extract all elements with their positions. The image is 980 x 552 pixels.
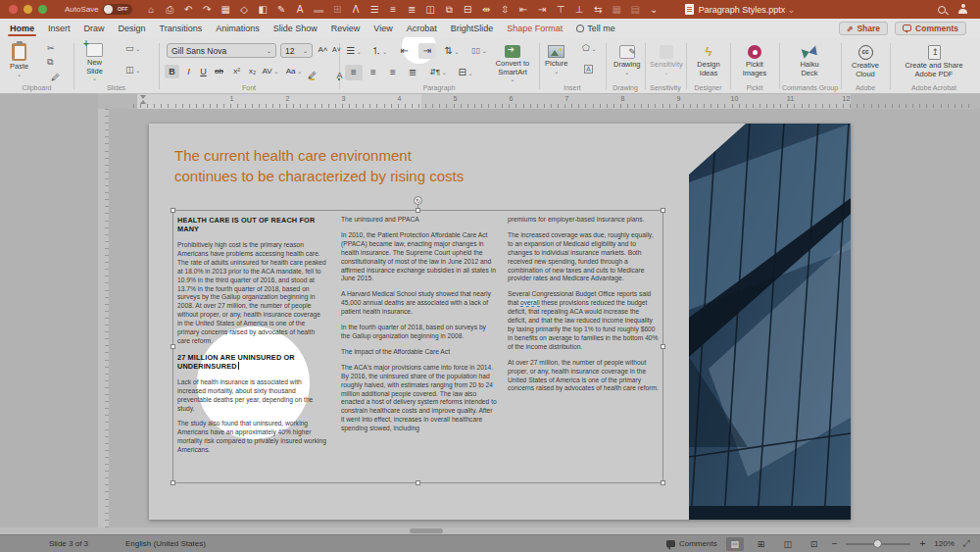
save-icon[interactable]: ⎙ xyxy=(165,0,175,19)
align-right-button[interactable]: ≡ xyxy=(384,65,402,80)
horizontal-scrollbar[interactable] xyxy=(0,527,980,534)
tab-acrobat[interactable]: Acrobat xyxy=(407,19,437,37)
highlight-color-icon[interactable]: ▬ xyxy=(314,0,324,19)
text-box-icon[interactable]: A xyxy=(584,65,593,74)
building-photo[interactable] xyxy=(689,124,851,520)
distribute-horizontal-icon[interactable]: ⇹ xyxy=(481,0,492,19)
zoom-level[interactable]: 120% xyxy=(934,539,954,548)
autosave-control[interactable]: AutoSave OFF xyxy=(65,4,132,15)
resize-handle-bottom-right[interactable] xyxy=(661,480,665,485)
grow-font-button[interactable]: A˄ xyxy=(316,43,330,57)
rotation-handle[interactable]: ↻ xyxy=(414,196,422,205)
font-size-select[interactable]: 12⌄ xyxy=(280,43,313,58)
increase-indent-button[interactable]: ⇥ xyxy=(418,43,436,59)
distribute-vertical-icon[interactable]: ⇳ xyxy=(500,0,511,19)
resize-handle-bottom-left[interactable] xyxy=(171,480,175,485)
shrink-font-button[interactable]: A˅ xyxy=(329,43,344,57)
tab-insert[interactable]: Insert xyxy=(48,19,71,37)
paste-button[interactable]: Paste xyxy=(10,43,28,78)
align-center-icon[interactable]: ≡ xyxy=(388,0,399,19)
account-icon[interactable] xyxy=(957,4,968,15)
underline-button[interactable]: U xyxy=(196,65,211,78)
minimize-window-button[interactable] xyxy=(24,5,32,14)
convert-to-smartart-button[interactable]: Convert to SmartArt xyxy=(490,45,535,83)
statusbar-comments-button[interactable]: Comments xyxy=(666,539,717,548)
table-icon[interactable]: ⊞ xyxy=(332,0,343,19)
align-center-button[interactable]: ≡ xyxy=(365,65,382,80)
bullets-button[interactable]: ☰ xyxy=(345,43,363,59)
grammar-flagged-word[interactable]: overall xyxy=(520,299,540,307)
tab-review[interactable]: Review xyxy=(331,19,361,37)
section-icon[interactable]: ◫ xyxy=(125,65,140,75)
fill-color-icon[interactable]: ◧ xyxy=(258,0,269,19)
home-icon[interactable]: ⌂ xyxy=(146,0,157,19)
slide-title[interactable]: The current health care environment cont… xyxy=(174,145,664,186)
align-bottom-edge-icon[interactable]: ⊥ xyxy=(574,0,585,19)
copy-icon[interactable]: ⧉ xyxy=(47,57,53,68)
zoom-slider[interactable] xyxy=(846,543,910,545)
pickit-images-button[interactable]: Pickit Images xyxy=(734,45,775,77)
resize-handle-middle-right[interactable] xyxy=(661,344,665,349)
slide-sorter-view-button[interactable]: ⊞ xyxy=(753,537,770,551)
columns-button[interactable]: ▯▯ xyxy=(470,43,488,59)
cut-icon[interactable]: ✂ xyxy=(47,43,55,53)
scrollbar-thumb[interactable] xyxy=(410,528,443,533)
outline-color-icon[interactable]: ✎ xyxy=(276,0,287,19)
more-commands-icon[interactable]: ⌄ xyxy=(649,0,660,19)
slide-canvas[interactable]: The current health care environment cont… xyxy=(149,124,851,520)
language-indicator[interactable]: English (United States) xyxy=(125,539,206,548)
superscript-button[interactable]: x² xyxy=(229,65,244,78)
drawing-button[interactable]: Drawing xyxy=(613,45,641,76)
document-title[interactable]: Paragraph Styles.pptx xyxy=(685,4,796,15)
rotate-icon[interactable]: ⇆ xyxy=(593,0,604,19)
redo-icon[interactable]: ↷ xyxy=(202,0,213,19)
zoom-in-button[interactable]: + xyxy=(919,538,925,549)
tab-transitions[interactable]: Transitions xyxy=(160,19,203,37)
decrease-indent-button[interactable]: ⇤ xyxy=(396,43,414,59)
font-color-button[interactable]: A xyxy=(336,71,342,80)
slide-indicator[interactable]: Slide 3 of 3 xyxy=(49,539,88,548)
picture-button[interactable]: Picture xyxy=(545,45,567,75)
resize-handle-top-left[interactable] xyxy=(171,208,175,213)
share-button[interactable]: Share xyxy=(839,22,888,35)
numbering-button[interactable]: ⒈ xyxy=(370,43,388,59)
indent-marker[interactable] xyxy=(140,95,147,107)
slide-layout-icon[interactable]: ▭ xyxy=(125,43,140,53)
line-spacing-button[interactable]: ⇅ xyxy=(443,43,461,59)
slideshow-view-button[interactable]: ⊡ xyxy=(806,537,823,551)
highlight-pen-button[interactable]: 🖉 xyxy=(308,71,317,80)
zoom-out-button[interactable]: − xyxy=(832,538,838,549)
shapes-icon[interactable]: ⬠ xyxy=(582,43,597,53)
picture-icon[interactable]: ▦ xyxy=(220,0,231,19)
tab-animations[interactable]: Animations xyxy=(216,19,260,37)
align-right-edge-icon[interactable]: ⇥ xyxy=(537,0,548,19)
body-text-box[interactable]: ↻ ✛ HEALTH CARE IS OUT OF REACH FOR MANY… xyxy=(172,210,663,483)
duplicate-icon[interactable]: ⧉ xyxy=(444,0,455,19)
insert-table-icon[interactable]: ▤ xyxy=(630,0,641,19)
resize-handle-middle-left[interactable] xyxy=(171,344,175,349)
text-effects-icon[interactable]: Λ xyxy=(351,0,362,19)
justify-button[interactable]: ≣ xyxy=(404,65,421,80)
close-window-button[interactable] xyxy=(9,5,18,14)
sensitivity-button[interactable]: Sensitivity xyxy=(649,45,684,76)
align-left-edge-icon[interactable]: ⇤ xyxy=(518,0,529,19)
tab-home[interactable]: Home xyxy=(10,19,34,37)
resize-handle-top-center[interactable] xyxy=(416,208,420,213)
new-slide-button[interactable]: New Slide xyxy=(86,43,103,82)
character-spacing-button[interactable]: AV xyxy=(261,65,280,78)
zoom-slider-thumb[interactable] xyxy=(873,539,882,548)
fit-slide-to-window-icon[interactable]: ⤢ xyxy=(963,538,970,549)
align-left-button[interactable]: ≡ xyxy=(345,65,363,80)
resize-handle-top-right[interactable] xyxy=(661,208,665,213)
reading-view-button[interactable]: ◫ xyxy=(779,537,797,551)
align-text-button[interactable]: ⊟ xyxy=(457,65,474,80)
search-icon[interactable] xyxy=(938,6,946,14)
comments-button[interactable]: Comments xyxy=(895,22,966,35)
columns-icon[interactable]: ◫ xyxy=(425,0,436,19)
undo-icon[interactable]: ↶ xyxy=(183,0,194,19)
strikethrough-button[interactable]: ab xyxy=(212,65,226,78)
normal-view-button[interactable]: ▤ xyxy=(726,537,744,551)
change-case-button[interactable]: Aa xyxy=(284,65,304,78)
crop-icon[interactable]: ▦ xyxy=(612,0,622,19)
tab-slide-show[interactable]: Slide Show xyxy=(273,19,318,37)
